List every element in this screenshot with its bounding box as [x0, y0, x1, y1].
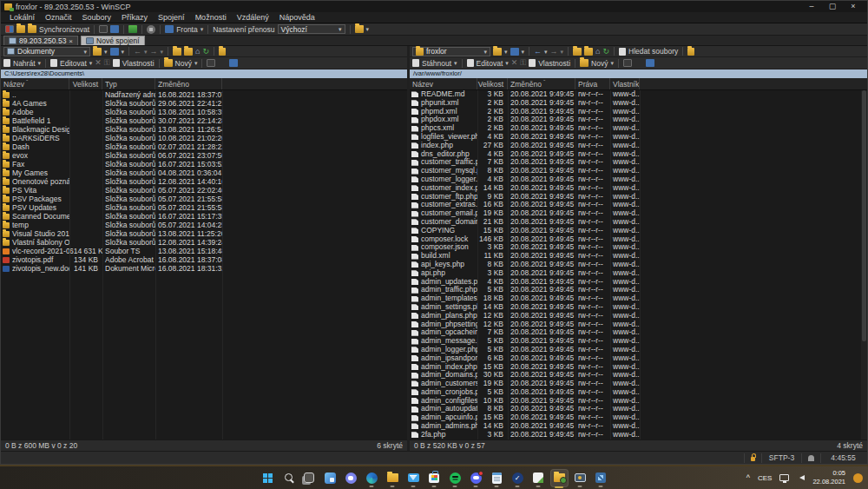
file-row[interactable]: admin_plans.php 12 KB 20.08.2021 9:49:45…: [410, 312, 867, 320]
home-directory-icon[interactable]: ⌂: [195, 48, 200, 56]
properties-icon[interactable]: [529, 59, 536, 67]
file-row[interactable]: README.md 3 KB 20.08.2021 9:49:45 rw-r--…: [410, 90, 867, 99]
column-header-rights[interactable]: Práva: [575, 78, 610, 89]
rename-icon[interactable]: ⚿: [520, 59, 526, 67]
invert-selection-icon[interactable]: [229, 59, 238, 67]
menu-item[interactable]: Možnosti: [190, 12, 232, 23]
file-row[interactable]: Scanned Documents Složka souborů 16.07.2…: [1, 212, 407, 221]
file-row[interactable]: customer_index.php 14 KB 20.08.2021 9:49…: [410, 184, 867, 193]
file-row[interactable]: My Games Složka souborů 04.08.2021 0:36:…: [1, 169, 407, 177]
local-hidden-count[interactable]: 6 skryté: [377, 441, 403, 450]
file-row[interactable]: phpmd.xml 2 KB 20.08.2021 9:49:45 rw-r--…: [410, 108, 867, 116]
home-directory-icon[interactable]: ⌂: [595, 48, 600, 56]
file-row[interactable]: api_keys.php 8 KB 20.08.2021 9:49:45 rw-…: [410, 261, 867, 269]
file-row[interactable]: Fax Složka souborů 16.07.2021 15:03:52: [1, 160, 407, 169]
file-row[interactable]: customer_ftp.php 9 KB 20.08.2021 9:49:45…: [410, 193, 867, 202]
new-icon[interactable]: [580, 59, 589, 67]
upload-button[interactable]: Nahrát: [13, 59, 36, 68]
remote-path-bar[interactable]: /var/www/froxlor/: [410, 69, 867, 78]
file-row[interactable]: customer_extras.php 16 KB 20.08.2021 9:4…: [410, 201, 867, 209]
file-row[interactable]: admin_settings.php 14 KB 20.08.2021 9:49…: [410, 303, 867, 312]
menu-item[interactable]: Označit: [40, 12, 77, 23]
delete-icon[interactable]: ✕: [95, 59, 102, 67]
chevron-down-icon[interactable]: ▾: [366, 26, 370, 32]
file-row[interactable]: admin_configfiles.php 10 KB 20.08.2021 9…: [410, 397, 867, 406]
select-add-icon[interactable]: [623, 59, 632, 67]
file-row[interactable]: 4A Games Složka souborů 29.06.2021 22:41…: [1, 99, 407, 108]
file-explorer[interactable]: [385, 470, 401, 486]
file-row[interactable]: admin_templates.php 18 KB 20.08.2021 9:4…: [410, 294, 867, 303]
file-row[interactable]: api.php 3 KB 20.08.2021 9:49:45 rw-r--r-…: [410, 269, 867, 278]
maximize-button[interactable]: ▢: [822, 1, 843, 12]
compare-directories-icon[interactable]: [128, 25, 137, 33]
bookmarks-icon[interactable]: [110, 48, 119, 56]
tray-overflow-chevron-icon[interactable]: ^: [746, 473, 750, 482]
local-directory-selector[interactable]: Dokumenty ▾: [3, 47, 90, 56]
select-add-icon[interactable]: [207, 59, 215, 67]
file-row[interactable]: admin_traffic.php 5 KB 20.08.2021 9:49:4…: [410, 286, 867, 294]
mail-app[interactable]: [405, 470, 422, 486]
new-icon[interactable]: [164, 59, 173, 67]
file-row[interactable]: PS Vita Složka souborů 05.07.2021 22:02:…: [1, 186, 407, 195]
notepad-app[interactable]: [489, 470, 505, 486]
preferences-gear-icon[interactable]: [147, 25, 155, 34]
menu-item[interactable]: Spojení: [153, 12, 190, 23]
console-icon[interactable]: [99, 25, 108, 33]
close-button[interactable]: ×: [843, 1, 864, 12]
root-directory-icon[interactable]: [184, 48, 193, 56]
file-row[interactable]: admin_cronjobs.php 5 KB 20.08.2021 9:49:…: [410, 388, 867, 397]
file-row[interactable]: customer_traffic.php 7 KB 20.08.2021 9:4…: [410, 158, 867, 167]
chat-app[interactable]: [343, 470, 359, 486]
file-row[interactable]: .. Nadřazený adresář 16.08.2021 18:37:07: [1, 90, 407, 99]
discord-app[interactable]: [468, 470, 484, 486]
notification-center-badge[interactable]: [853, 473, 863, 483]
file-row[interactable]: admin_phpsettings.p... 12 KB 20.08.2021 …: [410, 320, 867, 329]
minimize-button[interactable]: –: [801, 1, 822, 12]
file-row[interactable]: 2fa.php 3 KB 20.08.2021 9:49:45 rw-r--r-…: [410, 431, 867, 439]
column-header-name[interactable]: Názevˆ: [1, 78, 69, 89]
file-row[interactable]: customer_domains.p... 21 KB 20.08.2021 9…: [410, 218, 867, 227]
sync-browse-icon[interactable]: [16, 25, 25, 33]
keyboard-language[interactable]: CES: [758, 474, 772, 482]
file-row[interactable]: admin_opcacheinfo.p... 7 KB 20.08.2021 9…: [410, 328, 867, 337]
new-session-tab[interactable]: Nové spojení: [81, 36, 145, 45]
file-row[interactable]: DARKSiDERS Složka souborů 10.08.2021 21:…: [1, 134, 407, 142]
spotify-app[interactable]: [447, 470, 464, 486]
properties-icon[interactable]: [113, 59, 120, 67]
file-row[interactable]: admin_apcuinfo.php 15 KB 20.08.2021 9:49…: [410, 413, 867, 422]
chevron-down-icon[interactable]: ▾: [201, 26, 204, 32]
parent-directory-icon[interactable]: [573, 48, 582, 56]
edit-button[interactable]: Editovat: [60, 59, 87, 68]
file-row[interactable]: customer_mysql.php 8 KB 20.08.2021 9:49:…: [410, 167, 867, 175]
menu-item[interactable]: Příkazy: [116, 12, 153, 23]
delete-icon[interactable]: ✕: [511, 59, 518, 67]
file-row[interactable]: composer.lock 146 KB 20.08.2021 9:49:45 …: [410, 235, 867, 244]
remote-directory-selector[interactable]: froxlor ▾: [412, 47, 490, 56]
invert-selection-icon[interactable]: [646, 59, 654, 67]
start-button[interactable]: [260, 470, 276, 486]
file-row[interactable]: admin_ipsandports.p... 6 KB 20.08.2021 9…: [410, 354, 867, 363]
session-tab-active[interactable]: 89.203.250.53 ×: [3, 36, 78, 45]
commander-view-icon[interactable]: [5, 25, 14, 33]
parent-directory-icon[interactable]: [173, 48, 181, 56]
edge-browser[interactable]: [364, 470, 380, 486]
edit-button[interactable]: Editovat: [477, 59, 503, 68]
menu-item[interactable]: Soubory: [77, 12, 117, 23]
file-row[interactable]: index.php 27 KB 20.08.2021 9:49:45 rw-r-…: [410, 142, 867, 150]
file-row[interactable]: zivotopis_new.docx 141 KB Dokument Micro…: [1, 264, 407, 273]
network-tray-icon[interactable]: [779, 474, 789, 481]
column-header-size[interactable]: Velikost: [477, 78, 508, 89]
properties-button[interactable]: Vlastnosti: [538, 59, 570, 68]
open-directory-icon[interactable]: [93, 48, 102, 56]
back-icon[interactable]: ←: [534, 48, 542, 56]
column-header-name[interactable]: Název: [410, 78, 477, 89]
file-row[interactable]: dns_editor.php 4 KB 20.08.2021 9:49:45 r…: [410, 150, 867, 159]
column-header-modified[interactable]: Změněnoˆ: [508, 78, 575, 89]
file-row[interactable]: temp Složka souborů 05.07.2021 14:04:25: [1, 221, 407, 229]
remote-desktop-app[interactable]: [572, 470, 589, 486]
download-button[interactable]: Stáhnout: [422, 59, 451, 68]
file-row[interactable]: build.xml 11 KB 20.08.2021 9:49:45 rw-r-…: [410, 252, 867, 261]
column-header-size[interactable]: Velikost: [69, 78, 102, 89]
local-path-bar[interactable]: C:\Users\rex28\Documents\: [1, 69, 407, 78]
file-row[interactable]: Battlefield 1 Složka souborů 30.07.2021 …: [1, 116, 407, 125]
